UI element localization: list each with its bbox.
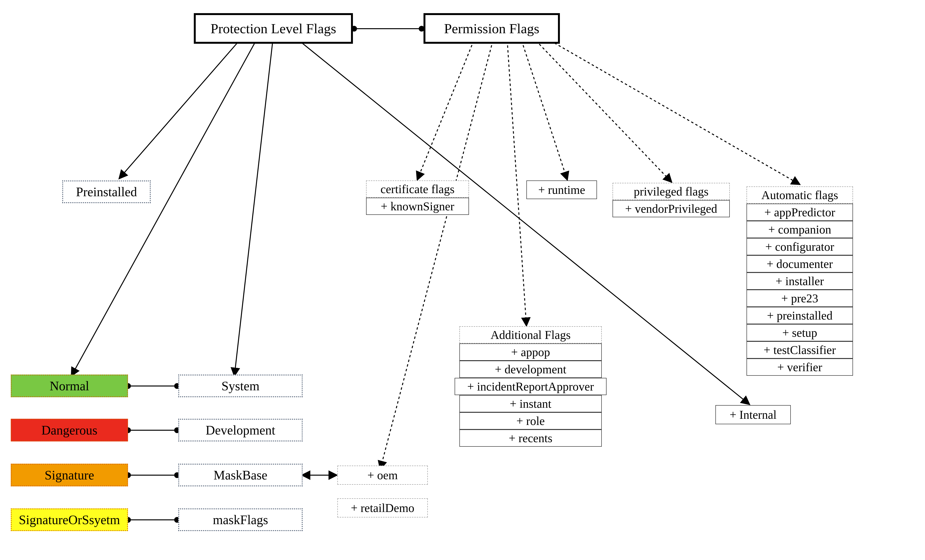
additional-item-5: + recents — [459, 429, 602, 447]
runtime-item: + runtime — [526, 180, 597, 199]
certificate-item-0: + knownSigner — [366, 198, 469, 215]
level-signature: Signature — [11, 464, 128, 486]
svg-line-11 — [536, 41, 671, 182]
svg-line-4 — [72, 41, 256, 375]
level-normal: Normal — [11, 375, 128, 397]
additional-item-4: + role — [459, 412, 602, 429]
permission-flags-root: Permission Flags — [423, 13, 560, 44]
right-maskbase: MaskBase — [178, 464, 303, 486]
automatic-item-7: + setup — [747, 324, 853, 341]
certificate-flags-title: certificate flags — [366, 180, 469, 198]
svg-line-9 — [507, 41, 526, 325]
automatic-item-2: + configurator — [747, 238, 853, 255]
additional-item-3: + instant — [459, 395, 602, 412]
privileged-flags-title: privileged flags — [613, 183, 730, 200]
additional-flags-title: Additional Flags — [459, 326, 602, 344]
automatic-item-8: + testClassifier — [747, 341, 853, 359]
right-development: Development — [178, 419, 303, 441]
automatic-flags-title: Automatic flags — [747, 186, 853, 204]
retaildemo-item: + retailDemo — [337, 498, 428, 518]
svg-line-3 — [120, 41, 239, 178]
level-signature-or-system: SignatureOrSsyetm — [11, 508, 128, 531]
automatic-item-6: + preinstalled — [747, 307, 853, 324]
protection-level-flags-root: Protection Level Flags — [194, 13, 353, 44]
right-system: System — [178, 375, 303, 397]
internal-item: + Internal — [716, 405, 791, 424]
right-maskflags: maskFlags — [178, 508, 303, 531]
svg-line-10 — [521, 41, 567, 179]
automatic-item-5: + pre23 — [747, 290, 853, 307]
additional-item-1: + development — [459, 361, 602, 378]
svg-line-7 — [417, 41, 474, 179]
svg-line-12 — [550, 41, 799, 184]
additional-item-0: + appop — [459, 344, 602, 361]
privileged-item-0: + vendorPrivileged — [613, 200, 730, 217]
level-dangerous: Dangerous — [11, 419, 128, 441]
additional-item-2: + incidentReportApprover — [455, 378, 607, 395]
automatic-item-1: + companion — [747, 221, 853, 238]
svg-line-5 — [235, 41, 273, 375]
automatic-item-9: + verifier — [747, 359, 853, 376]
oem-item: + oem — [337, 465, 428, 485]
automatic-item-3: + documenter — [747, 255, 853, 272]
preinstalled-node: Preinstalled — [62, 180, 151, 203]
automatic-item-4: + installer — [747, 272, 853, 290]
automatic-item-0: + appPredictor — [747, 204, 853, 221]
